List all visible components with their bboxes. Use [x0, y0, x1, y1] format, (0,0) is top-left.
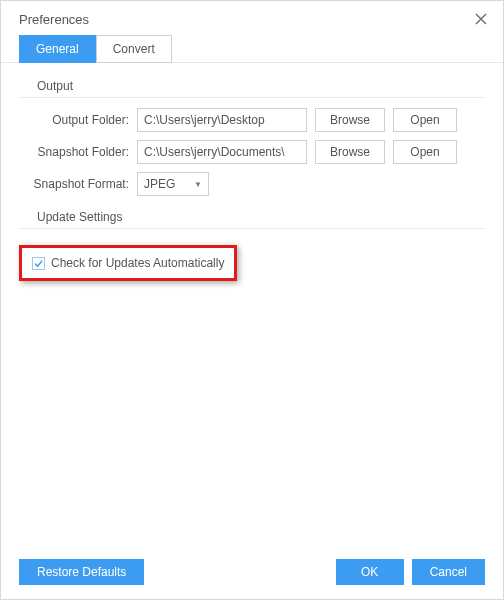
preferences-dialog: Preferences General Convert Output Outpu…: [0, 0, 504, 600]
close-button[interactable]: [471, 9, 491, 29]
snapshot-folder-browse-button[interactable]: Browse: [315, 140, 385, 164]
snapshot-folder-row: Snapshot Folder: Browse Open: [19, 140, 485, 164]
footer-right: OK Cancel: [336, 559, 485, 585]
update-section: Update Settings Check for Updates Automa…: [19, 206, 485, 281]
check-updates-checkbox[interactable]: [32, 257, 45, 270]
output-folder-input[interactable]: [137, 108, 307, 132]
check-updates-label: Check for Updates Automatically: [51, 256, 224, 270]
dialog-title: Preferences: [19, 12, 89, 27]
close-icon: [475, 13, 487, 25]
ok-button[interactable]: OK: [336, 559, 404, 585]
tab-bar: General Convert: [1, 35, 503, 63]
snapshot-folder-label: Snapshot Folder:: [19, 145, 129, 159]
chevron-down-icon: ▼: [194, 180, 202, 189]
update-section-header: Update Settings: [19, 206, 485, 229]
snapshot-folder-open-button[interactable]: Open: [393, 140, 457, 164]
restore-defaults-button[interactable]: Restore Defaults: [19, 559, 144, 585]
snapshot-folder-input[interactable]: [137, 140, 307, 164]
check-icon: [34, 259, 43, 268]
output-folder-row: Output Folder: Browse Open: [19, 108, 485, 132]
snapshot-format-label: Snapshot Format:: [19, 177, 129, 191]
check-updates-row: Check for Updates Automatically: [22, 248, 234, 278]
titlebar: Preferences: [1, 1, 503, 35]
snapshot-format-select[interactable]: JPEG ▼: [137, 172, 209, 196]
highlight-annotation: Check for Updates Automatically: [19, 245, 237, 281]
snapshot-format-value: JPEG: [144, 177, 175, 191]
content-area: Output Output Folder: Browse Open Snapsh…: [1, 63, 503, 549]
output-folder-browse-button[interactable]: Browse: [315, 108, 385, 132]
output-folder-open-button[interactable]: Open: [393, 108, 457, 132]
cancel-button[interactable]: Cancel: [412, 559, 485, 585]
tab-convert[interactable]: Convert: [96, 35, 172, 63]
tab-general[interactable]: General: [19, 35, 96, 63]
output-section-header: Output: [19, 75, 485, 98]
snapshot-format-row: Snapshot Format: JPEG ▼: [19, 172, 485, 196]
output-folder-label: Output Folder:: [19, 113, 129, 127]
footer: Restore Defaults OK Cancel: [1, 549, 503, 599]
